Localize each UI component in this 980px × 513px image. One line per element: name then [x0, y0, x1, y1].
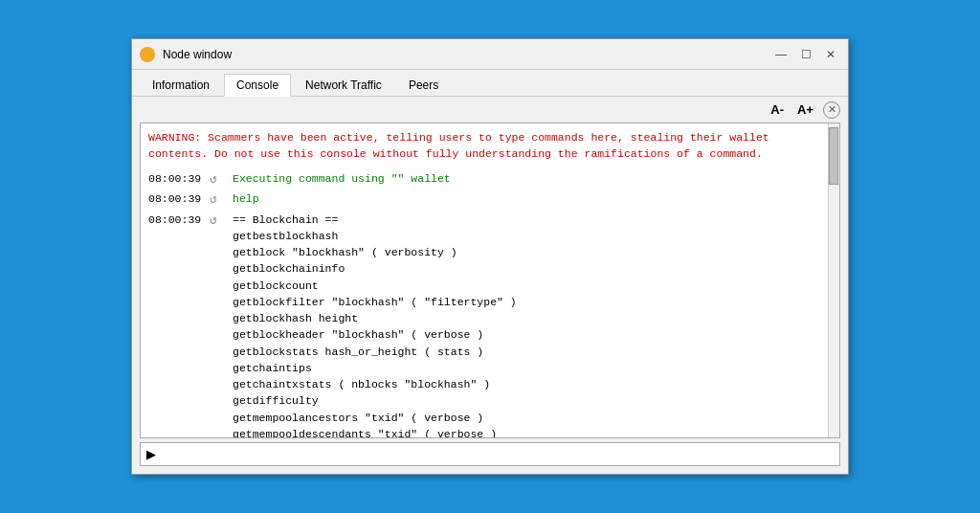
- command-list: getbestblockhashgetblock "blockhash" ( v…: [233, 228, 517, 437]
- command-item: getbestblockhash: [233, 228, 517, 244]
- prompt-icon: ▶: [146, 447, 156, 461]
- console-output-area: WARNING: Scammers have been active, tell…: [140, 123, 840, 438]
- close-window-button[interactable]: ✕: [821, 45, 840, 64]
- close-console-button[interactable]: ✕: [823, 101, 840, 119]
- tab-console[interactable]: Console: [224, 74, 291, 97]
- tab-information[interactable]: Information: [140, 74, 222, 96]
- console-content[interactable]: WARNING: Scammers have been active, tell…: [141, 123, 839, 437]
- log-line-2: 08:00:39 ↺ help: [148, 190, 832, 210]
- command-item: getblockfilter "blockhash" ( "filtertype…: [233, 294, 517, 310]
- console-input[interactable]: [162, 448, 834, 460]
- log-line-1: 08:00:39 ↺ Executing command using "" wa…: [148, 170, 832, 190]
- console-input-area: ▶: [140, 442, 840, 466]
- command-output-header-line: 08:00:39 ↺ == Blockchain == getbestblock…: [148, 212, 832, 438]
- tab-network-traffic[interactable]: Network Traffic: [293, 74, 394, 96]
- command-item: getblockhash height: [233, 310, 517, 326]
- decrease-font-button[interactable]: A-: [767, 100, 788, 119]
- log-text-1: Executing command using "" wallet: [233, 170, 451, 187]
- increase-font-button[interactable]: A+: [793, 100, 817, 119]
- title-bar-controls: — ☐ ✕: [771, 45, 840, 64]
- log-time-output: 08:00:39: [148, 212, 206, 228]
- command-item: getblockheader "blockhash" ( verbose ): [233, 326, 517, 343]
- command-item: getdifficulty: [233, 392, 517, 409]
- command-item: getmempoolancestors "txid" ( verbose ): [233, 410, 517, 426]
- window-title: Node window: [163, 48, 771, 61]
- command-item: getblock "blockhash" ( verbosity ): [233, 244, 517, 260]
- command-item: getblockstats hash_or_height ( stats ): [233, 344, 517, 360]
- title-bar: Node window — ☐ ✕: [132, 39, 848, 70]
- window-icon: [140, 47, 155, 62]
- blockchain-header: == Blockchain ==: [233, 213, 338, 226]
- maximize-button[interactable]: ☐: [796, 45, 815, 64]
- node-window: Node window — ☐ ✕ Information Console Ne…: [131, 38, 849, 475]
- command-item: getblockcount: [233, 278, 517, 294]
- tab-peers[interactable]: Peers: [396, 74, 451, 96]
- warning-message: WARNING: Scammers have been active, tell…: [148, 129, 832, 163]
- command-item: getblockchaininfo: [233, 260, 517, 277]
- log-icon-1: ↺: [210, 170, 229, 190]
- minimize-button[interactable]: —: [771, 45, 791, 64]
- log-time-1: 08:00:39: [148, 170, 206, 187]
- log-icon-output: ↺: [210, 212, 229, 231]
- tab-bar: Information Console Network Traffic Peer…: [132, 70, 848, 97]
- command-item: getchaintxstats ( nblocks "blockhash" ): [233, 376, 517, 392]
- log-icon-2: ↺: [210, 190, 229, 210]
- scrollbar-track[interactable]: [828, 123, 839, 437]
- command-item: getchaintips: [233, 360, 517, 376]
- command-item: getmempooldescendants "txid" ( verbose ): [233, 426, 517, 437]
- log-time-2: 08:00:39: [148, 190, 206, 207]
- scrollbar-thumb[interactable]: [829, 127, 838, 185]
- console-toolbar: A- A+ ✕: [132, 97, 848, 123]
- log-text-2: help: [233, 190, 259, 207]
